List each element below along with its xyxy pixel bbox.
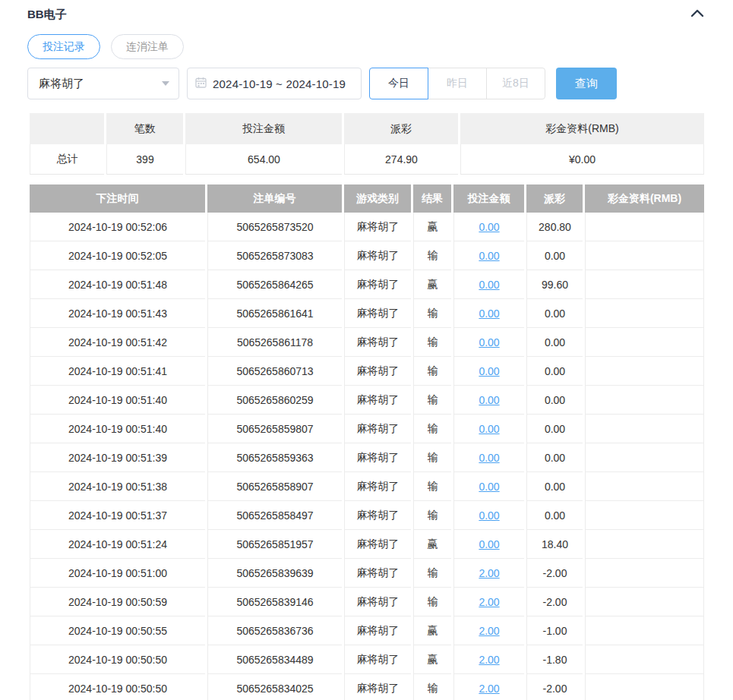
payout: -2.00 — [526, 588, 583, 616]
bet-amount-cell: 0.00 — [453, 328, 524, 357]
tab-bet-records[interactable]: 投注记录 — [27, 34, 100, 59]
table-row: 2024-10-19 00:51:245065265851957麻将胡了赢0.0… — [30, 530, 704, 559]
table-row: 2024-10-19 00:51:385065265858907麻将胡了输0.0… — [30, 472, 704, 501]
game-select[interactable]: 麻将胡了 — [27, 68, 179, 99]
table-row: 2024-10-19 00:50:555065265836736麻将胡了赢2.0… — [30, 616, 704, 645]
bet-amount-link[interactable]: 0.00 — [479, 307, 499, 320]
bet-amount-link[interactable]: 0.00 — [479, 509, 499, 522]
bet-amount-cell: 2.00 — [453, 559, 524, 588]
quick-date-group: 今日 昨日 近8日 — [369, 68, 545, 99]
bet-amount-link[interactable]: 0.00 — [479, 394, 499, 406]
result: 输 — [413, 674, 451, 700]
quick-filter-last-8-days[interactable]: 近8日 — [486, 68, 545, 99]
bet-amount-link[interactable]: 0.00 — [479, 423, 499, 435]
game-type: 麻将胡了 — [344, 559, 411, 588]
bet-id: 5065265858907 — [207, 472, 342, 501]
bonus — [585, 559, 704, 588]
summary-total-bonus: ¥0.00 — [460, 144, 704, 175]
payout: 0.00 — [526, 386, 583, 415]
bet-amount-link[interactable]: 0.00 — [479, 336, 499, 348]
result: 输 — [413, 472, 451, 501]
bonus — [585, 415, 704, 443]
result: 输 — [413, 559, 451, 588]
records-header-payout: 派彩 — [526, 184, 583, 213]
bet-time: 2024-10-19 00:51:24 — [30, 530, 205, 559]
bet-amount-link[interactable]: 2.00 — [479, 654, 499, 666]
table-row: 2024-10-19 00:51:415065265860713麻将胡了输0.0… — [30, 357, 704, 386]
bonus — [585, 645, 704, 674]
collapse-button[interactable] — [688, 6, 706, 24]
game-type: 麻将胡了 — [344, 443, 411, 472]
panel-header: BB电子 — [27, 0, 706, 23]
game-type: 麻将胡了 — [344, 270, 411, 299]
bet-id: 5065265873083 — [207, 241, 342, 270]
bet-amount-cell: 0.00 — [453, 270, 524, 299]
bet-amount-cell: 0.00 — [453, 386, 524, 415]
quick-filter-today[interactable]: 今日 — [369, 68, 428, 99]
game-type: 麻将胡了 — [344, 386, 411, 415]
summary-header-blank — [30, 113, 104, 144]
bet-amount-link[interactable]: 2.00 — [479, 683, 499, 695]
bet-amount-link[interactable]: 2.00 — [479, 567, 499, 579]
bet-amount-link[interactable]: 0.00 — [479, 250, 499, 262]
payout: 0.00 — [526, 241, 583, 270]
summary-header-bonus: 彩金资料(RMB) — [460, 113, 704, 144]
table-row: 2024-10-19 00:52:065065265873520麻将胡了赢0.0… — [30, 213, 704, 241]
bet-amount-link[interactable]: 0.00 — [479, 452, 499, 464]
chevron-down-icon — [162, 81, 169, 86]
result: 输 — [413, 357, 451, 386]
payout: 0.00 — [526, 472, 583, 501]
bet-id: 5065265859363 — [207, 443, 342, 472]
game-type: 麻将胡了 — [344, 674, 411, 700]
payout: 0.00 — [526, 415, 583, 443]
game-select-value: 麻将胡了 — [39, 77, 84, 91]
payout: 0.00 — [526, 501, 583, 530]
bet-amount-cell: 2.00 — [453, 616, 524, 645]
result: 赢 — [413, 213, 451, 241]
game-type: 麻将胡了 — [344, 616, 411, 645]
payout: 18.40 — [526, 530, 583, 559]
bonus — [585, 357, 704, 386]
bet-amount-link[interactable]: 2.00 — [479, 625, 499, 637]
bonus — [585, 616, 704, 645]
table-row: 2024-10-19 00:50:505065265834489麻将胡了赢2.0… — [30, 645, 704, 674]
result: 赢 — [413, 530, 451, 559]
table-row: 2024-10-19 00:50:595065265839146麻将胡了输2.0… — [30, 588, 704, 616]
bet-id: 5065265834489 — [207, 645, 342, 674]
bet-amount-cell: 0.00 — [453, 299, 524, 328]
game-type: 麻将胡了 — [344, 472, 411, 501]
table-row: 2024-10-19 00:51:005065265839639麻将胡了输2.0… — [30, 559, 704, 588]
bet-amount-link[interactable]: 0.00 — [479, 221, 499, 233]
bet-amount-link[interactable]: 2.00 — [479, 596, 499, 608]
bet-amount-cell: 0.00 — [453, 472, 524, 501]
summary-header-payout: 派彩 — [344, 113, 458, 144]
bet-id: 5065265861178 — [207, 328, 342, 357]
bet-amount-link[interactable]: 0.00 — [479, 481, 499, 493]
bet-amount-link[interactable]: 0.00 — [479, 365, 499, 377]
bet-amount-link[interactable]: 0.00 — [479, 538, 499, 550]
tab-cancelled-bets[interactable]: 连消注单 — [111, 34, 184, 59]
bet-id: 5065265858497 — [207, 501, 342, 530]
result: 输 — [413, 443, 451, 472]
bonus — [585, 674, 704, 700]
bonus — [585, 328, 704, 357]
result: 输 — [413, 328, 451, 357]
date-range-input[interactable]: 2024-10-19 ~ 2024-10-19 — [187, 68, 362, 99]
payout: -1.80 — [526, 645, 583, 674]
summary-header-count: 笔数 — [106, 113, 183, 144]
bet-time: 2024-10-19 00:50:50 — [30, 674, 205, 700]
bonus — [585, 472, 704, 501]
bet-time: 2024-10-19 00:51:41 — [30, 357, 205, 386]
bet-amount-cell: 0.00 — [453, 357, 524, 386]
bet-amount-link[interactable]: 0.00 — [479, 279, 499, 291]
bonus — [585, 299, 704, 328]
summary-header-bet-amount: 投注金额 — [185, 113, 342, 144]
bet-amount-cell: 0.00 — [453, 501, 524, 530]
quick-filter-yesterday[interactable]: 昨日 — [428, 68, 487, 99]
bonus — [585, 501, 704, 530]
table-row: 2024-10-19 00:51:375065265858497麻将胡了输0.0… — [30, 501, 704, 530]
records-header-row: 下注时间 注单编号 游戏类别 结果 投注金额 派彩 彩金资料(RMB) — [30, 184, 704, 213]
query-button[interactable]: 查询 — [556, 68, 617, 99]
bet-amount-cell: 0.00 — [453, 241, 524, 270]
bet-time: 2024-10-19 00:50:59 — [30, 588, 205, 616]
